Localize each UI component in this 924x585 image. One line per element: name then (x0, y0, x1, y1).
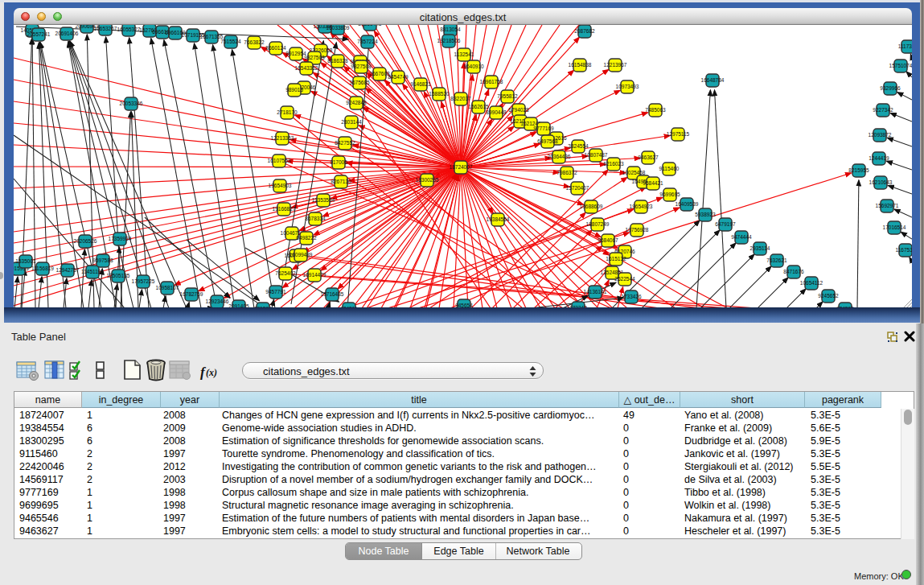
svg-text:12923446: 12923446 (206, 299, 229, 304)
svg-text:16055327: 16055327 (117, 27, 141, 32)
svg-text:19654923: 19654923 (630, 204, 653, 209)
svg-text:9227342: 9227342 (873, 107, 893, 113)
svg-text:12505135: 12505135 (107, 273, 130, 278)
svg-text:16782759: 16782759 (180, 291, 203, 297)
svg-text:16099489: 16099489 (290, 252, 313, 257)
svg-text:8186328: 8186328 (327, 58, 348, 64)
svg-text:7986372: 7986372 (556, 170, 577, 175)
svg-text:12213363: 12213363 (271, 135, 294, 141)
svg-text:7515524: 7515524 (220, 39, 241, 44)
svg-text:9146821: 9146821 (410, 81, 431, 87)
svg-text:3824554: 3824554 (568, 143, 589, 149)
svg-text:19218506: 19218506 (437, 38, 461, 43)
svg-text:19384554: 19384554 (487, 216, 510, 222)
svg-text:14136141: 14136141 (584, 289, 607, 295)
svg-text:8267130: 8267130 (331, 179, 351, 184)
svg-text:9474444: 9474444 (731, 234, 752, 240)
svg-text:1117310: 1117310 (898, 43, 912, 49)
svg-text:8678334: 8678334 (305, 216, 326, 221)
svg-text:9640910: 9640910 (463, 64, 484, 69)
svg-text:16154838: 16154838 (569, 62, 592, 68)
svg-text:9827508: 9827508 (351, 64, 372, 69)
svg-text:989013: 989013 (285, 87, 303, 93)
svg-text:1733426: 1733426 (621, 294, 642, 299)
svg-text:924565: 924565 (836, 306, 854, 307)
svg-text:11353594: 11353594 (312, 197, 335, 203)
svg-text:8471676: 8471676 (783, 269, 804, 274)
svg-text:9242848: 9242848 (346, 100, 367, 105)
svg-text:917006: 917006 (330, 159, 347, 165)
svg-text:11156819: 11156819 (31, 266, 54, 271)
svg-text:1562615: 1562615 (468, 104, 489, 109)
svg-text:6497568: 6497568 (537, 138, 558, 144)
svg-text:1535001: 1535001 (15, 258, 36, 264)
svg-text:10688609: 10688609 (580, 204, 603, 209)
svg-text:16409539: 16409539 (676, 201, 699, 207)
svg-text:16033809: 16033809 (326, 25, 350, 31)
svg-text:9699695: 9699695 (659, 192, 680, 197)
svg-text:6216023: 6216023 (603, 161, 624, 167)
svg-text:8322037: 8322037 (450, 96, 471, 101)
svg-text:19654903: 19654903 (269, 183, 292, 188)
svg-text:2667608: 2667608 (369, 71, 390, 76)
svg-text:18807249: 18807249 (586, 221, 610, 227)
svg-text:9827503: 9827503 (304, 55, 325, 60)
svg-text:15751074: 15751074 (889, 63, 912, 68)
svg-text:6479197: 6479197 (715, 221, 736, 227)
svg-text:9584421: 9584421 (643, 180, 663, 186)
svg-text:1167533: 1167533 (896, 247, 912, 253)
svg-text:124511: 124511 (340, 306, 358, 307)
svg-text:17016514: 17016514 (883, 225, 906, 230)
svg-text:9684067: 9684067 (598, 237, 618, 243)
svg-text:9329966: 9329966 (880, 85, 901, 91)
svg-text:8454749: 8454749 (388, 74, 409, 80)
svg-text:20691406: 20691406 (55, 31, 79, 36)
svg-text:6794028: 6794028 (508, 107, 529, 113)
svg-text:(x): (x) (206, 367, 217, 378)
svg-text:8990448: 8990448 (486, 109, 507, 115)
svg-text:1132541: 1132541 (454, 51, 474, 57)
svg-text:9777169: 9777169 (533, 126, 554, 131)
svg-text:1244419: 1244419 (869, 155, 889, 161)
svg-text:9115460: 9115460 (659, 166, 680, 171)
svg-text:7857224: 7857224 (357, 39, 378, 44)
svg-text:18724007: 18724007 (450, 164, 473, 170)
svg-text:2718170: 2718170 (277, 109, 298, 115)
svg-text:8215955: 8215955 (848, 167, 869, 173)
svg-text:7955812: 7955812 (497, 93, 518, 99)
svg-text:16210643: 16210643 (869, 179, 893, 185)
svg-text:19166827: 19166827 (273, 206, 296, 212)
svg-text:1615132: 1615132 (606, 256, 626, 262)
svg-text:12213967: 12213967 (604, 62, 627, 68)
svg-text:16543362: 16543362 (295, 65, 318, 71)
svg-text:7485063: 7485063 (645, 107, 666, 113)
svg-text:9457791: 9457791 (265, 289, 286, 295)
svg-text:9597588: 9597588 (92, 257, 113, 263)
svg-text:17957225: 17957225 (132, 278, 155, 284)
svg-text:10653267: 10653267 (94, 26, 117, 31)
svg-text:945654: 945654 (455, 303, 473, 307)
svg-text:20053346: 20053346 (120, 101, 143, 106)
svg-text:16648784: 16648784 (701, 77, 725, 83)
svg-text:11451194: 11451194 (81, 269, 104, 274)
svg-text:8660124: 8660124 (265, 45, 286, 51)
svg-text:10958107: 10958107 (156, 285, 179, 290)
svg-text:10756928: 10756928 (626, 227, 649, 233)
svg-text:20206526: 20206526 (74, 238, 97, 244)
svg-text:8813054: 8813054 (440, 27, 461, 32)
svg-text:16107553: 16107553 (268, 158, 291, 163)
svg-text:7663822: 7663822 (244, 39, 265, 45)
svg-text:20364436: 20364436 (548, 154, 571, 159)
svg-text:12093872: 12093872 (869, 132, 892, 138)
svg-text:2091405: 2091405 (228, 303, 249, 307)
svg-text:5938923: 5938923 (695, 212, 716, 217)
svg-text:12975115: 12975115 (667, 131, 690, 137)
svg-text:17359934: 17359934 (109, 236, 132, 241)
svg-text:12942757: 12942757 (56, 267, 80, 273)
svg-text:15720407: 15720407 (566, 185, 589, 191)
svg-text:2087682: 2087682 (574, 28, 595, 34)
svg-text:8912954: 8912954 (285, 51, 306, 56)
svg-text:20557241: 20557241 (27, 31, 51, 37)
svg-text:9245652: 9245652 (818, 293, 839, 299)
svg-text:10654112: 10654112 (800, 280, 823, 286)
